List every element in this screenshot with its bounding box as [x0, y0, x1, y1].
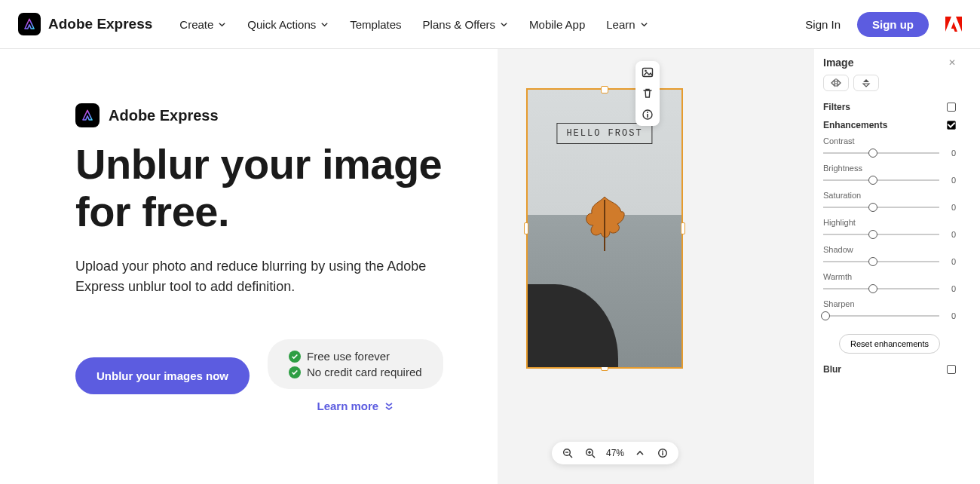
benefit-item: Free use forever — [289, 350, 422, 363]
blur-label: Blur — [823, 364, 841, 375]
check-icon — [289, 351, 301, 363]
zoom-value: 47% — [606, 448, 624, 458]
filters-section-header[interactable]: Filters — [823, 102, 956, 112]
top-nav: Adobe Express Create Quick Actions Templ… — [0, 0, 980, 49]
slider-value: 0 — [945, 311, 956, 320]
nav-label: Quick Actions — [247, 18, 316, 31]
svg-point-2 — [645, 70, 647, 72]
chevron-down-icon — [500, 20, 508, 29]
benefit-item: No credit card required — [289, 366, 422, 378]
hero-brand-name: Adobe Express — [109, 107, 219, 124]
sign-in-link[interactable]: Sign In — [805, 18, 841, 31]
floating-toolbar — [635, 61, 660, 126]
nav-label: Templates — [350, 18, 401, 31]
slider-track[interactable] — [823, 315, 939, 317]
svg-rect-5 — [647, 114, 648, 118]
slider-track[interactable] — [823, 261, 939, 262]
slider-label: Highlight — [823, 218, 956, 227]
benefit-text: No credit card required — [307, 366, 422, 378]
slider-label: Brightness — [823, 164, 956, 173]
arm-silhouette — [528, 284, 618, 367]
brand-logo-icon — [18, 13, 41, 35]
zoom-menu-button[interactable] — [633, 446, 647, 460]
image-tool-button[interactable] — [641, 66, 654, 79]
slider-track[interactable] — [823, 152, 939, 154]
slider-thumb[interactable] — [868, 230, 877, 239]
delete-tool-button[interactable] — [641, 87, 654, 100]
nav-item-mobile[interactable]: Mobile App — [529, 18, 585, 31]
svg-point-14 — [662, 451, 663, 452]
zoom-info-button[interactable] — [656, 446, 669, 460]
brand-logo[interactable]: Adobe Express — [18, 13, 152, 35]
unblur-cta-button[interactable]: Unblur your images now — [75, 357, 250, 394]
slider-track[interactable] — [823, 234, 939, 235]
chevron-down-icon — [320, 20, 329, 29]
slider-thumb[interactable] — [868, 176, 877, 185]
filters-expand-toggle[interactable] — [947, 103, 956, 112]
zoom-in-button[interactable] — [583, 446, 597, 460]
check-icon — [289, 366, 301, 378]
slider-brightness: Brightness0 — [823, 164, 956, 185]
enhancements-expand-toggle[interactable] — [947, 121, 956, 130]
nav-right: Sign In Sign up — [805, 12, 962, 37]
canvas-selection[interactable]: HELLO FROST — [526, 88, 683, 369]
slider-highlight: Highlight0 — [823, 218, 956, 239]
panel-close-button[interactable]: ✕ — [948, 57, 956, 68]
leaf-icon — [580, 195, 629, 253]
slider-value: 0 — [945, 230, 956, 239]
benefit-text: Free use forever — [307, 350, 390, 363]
slider-thumb[interactable] — [868, 257, 877, 266]
svg-line-8 — [569, 455, 572, 458]
reset-enhancements-button[interactable]: Reset enhancements — [839, 334, 940, 354]
learn-more-link[interactable]: Learn more — [268, 400, 443, 412]
slider-track[interactable] — [823, 207, 939, 208]
sliders-container: Contrast0Brightness0Saturation0Highlight… — [823, 136, 956, 320]
slider-shadow: Shadow0 — [823, 245, 956, 266]
benefits-chip: Free use forever No credit card required — [268, 339, 443, 389]
chevron-down-icon — [218, 20, 226, 29]
slider-saturation: Saturation0 — [823, 191, 956, 212]
enhancements-label: Enhancements — [823, 120, 887, 130]
flip-horizontal-button[interactable] — [823, 75, 849, 91]
canvas-area: HELLO FROST 47% — [498, 49, 814, 484]
nav-item-plans[interactable]: Plans & Offers — [423, 18, 508, 31]
svg-rect-15 — [662, 452, 663, 455]
nav-item-templates[interactable]: Templates — [350, 18, 401, 31]
nav-label: Create — [179, 18, 213, 31]
hero: Adobe Express Unblur your image for free… — [0, 49, 498, 484]
slider-contrast: Contrast0 — [823, 136, 956, 158]
cta-row: Unblur your images now Free use forever … — [75, 339, 498, 412]
editor-preview: HELLO FROST 47% — [498, 49, 965, 484]
adobe-logo-icon — [945, 17, 962, 32]
enhancements-section-header[interactable]: Enhancements — [823, 120, 956, 130]
flip-vertical-button[interactable] — [853, 75, 879, 91]
nav-item-create[interactable]: Create — [179, 18, 226, 31]
slider-track[interactable] — [823, 288, 939, 289]
zoom-out-button[interactable] — [561, 446, 574, 460]
resize-handle-top[interactable] — [601, 86, 608, 93]
info-tool-button[interactable] — [641, 108, 654, 121]
slider-label: Sharpen — [823, 299, 956, 308]
nav-label: Learn — [606, 18, 635, 31]
slider-thumb[interactable] — [868, 284, 877, 293]
sign-up-button[interactable]: Sign up — [857, 12, 929, 37]
blur-section-header[interactable]: Blur — [823, 364, 956, 375]
blur-expand-toggle[interactable] — [947, 365, 956, 374]
slider-track[interactable] — [823, 179, 939, 181]
nav-label: Mobile App — [529, 18, 585, 31]
learn-more-text: Learn more — [317, 400, 378, 412]
hero-brand: Adobe Express — [75, 103, 498, 127]
nav-item-learn[interactable]: Learn — [606, 18, 648, 31]
slider-thumb[interactable] — [821, 311, 830, 320]
main: Adobe Express Unblur your image for free… — [0, 49, 980, 484]
nav-item-quick-actions[interactable]: Quick Actions — [247, 18, 329, 31]
slider-thumb[interactable] — [868, 149, 877, 158]
hero-brand-icon — [75, 103, 100, 127]
resize-handle-left[interactable] — [524, 222, 528, 234]
slider-label: Warmth — [823, 272, 956, 281]
resize-handle-right[interactable] — [681, 222, 685, 234]
double-chevron-down-icon — [384, 402, 394, 411]
slider-thumb[interactable] — [868, 203, 877, 212]
slider-label: Saturation — [823, 191, 956, 200]
slider-sharpen: Sharpen0 — [823, 299, 956, 320]
